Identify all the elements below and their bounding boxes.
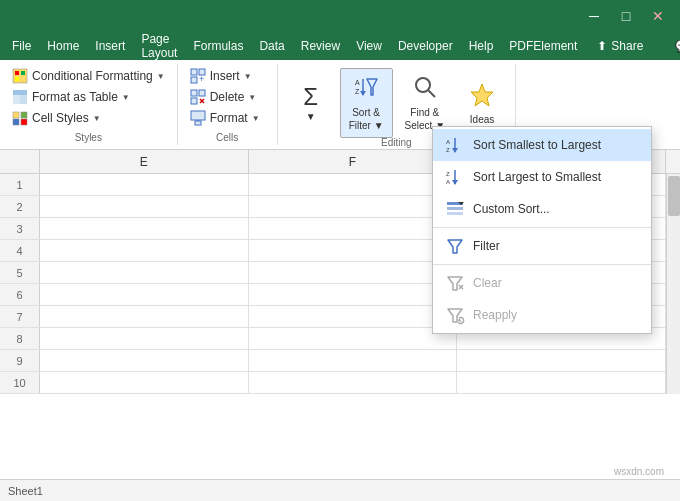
row-num: 8 xyxy=(0,328,40,349)
grid-cell[interactable] xyxy=(249,240,458,261)
menu-view[interactable]: View xyxy=(348,35,390,57)
svg-rect-10 xyxy=(21,112,27,118)
grid-cell[interactable] xyxy=(249,174,458,195)
styles-group: Conditional Formatting ▼ Format as Table… xyxy=(0,64,178,145)
grid-cell[interactable] xyxy=(40,174,249,195)
svg-text:A: A xyxy=(355,79,360,86)
grid-cell[interactable] xyxy=(40,350,249,371)
sheet-tab[interactable]: Sheet1 xyxy=(0,485,51,497)
svg-marker-36 xyxy=(452,148,458,153)
title-bar: ─ □ ✕ xyxy=(0,0,680,32)
col-header-e[interactable]: E xyxy=(40,150,249,173)
menu-data[interactable]: Data xyxy=(251,35,292,57)
conditional-formatting-chevron: ▼ xyxy=(157,72,165,81)
sort-desc-label: Sort Largest to Smallest xyxy=(473,170,601,184)
svg-marker-45 xyxy=(448,240,462,253)
grid-cell[interactable] xyxy=(40,196,249,217)
svg-rect-19 xyxy=(191,98,197,104)
watermark: wsxdn.com xyxy=(614,466,664,477)
grid-cell[interactable] xyxy=(40,372,249,393)
delete-button[interactable]: Delete ▼ xyxy=(186,87,261,107)
sum-icon: Σ xyxy=(303,85,318,109)
svg-rect-22 xyxy=(191,111,205,120)
grid-cell[interactable] xyxy=(40,328,249,349)
cell-styles-icon xyxy=(12,110,28,126)
reapply-icon xyxy=(445,305,465,325)
sum-button[interactable]: Σ ▼ xyxy=(286,68,336,138)
comments-icon: 💬 xyxy=(675,39,680,53)
grid-cell[interactable] xyxy=(40,240,249,261)
grid-cell[interactable] xyxy=(40,262,249,283)
comments-button[interactable]: 💬 Comments xyxy=(663,35,680,57)
find-select-icon xyxy=(412,74,438,104)
clear-icon xyxy=(445,273,465,293)
reapply-item: Reapply xyxy=(433,299,651,331)
share-icon: ⬆ xyxy=(597,39,607,53)
svg-text:Z: Z xyxy=(355,88,360,95)
grid-cell[interactable] xyxy=(457,350,666,371)
grid-cell[interactable] xyxy=(249,262,458,283)
sort-asc-icon: A Z xyxy=(445,135,465,155)
grid-cell[interactable] xyxy=(249,372,458,393)
grid-cell[interactable] xyxy=(457,372,666,393)
cell-styles-label: Cell Styles xyxy=(32,111,89,125)
row-num: 4 xyxy=(0,240,40,261)
row-num-spacer xyxy=(0,150,40,173)
svg-rect-7 xyxy=(13,99,20,104)
format-chevron: ▼ xyxy=(252,114,260,123)
format-icon xyxy=(190,110,206,126)
grid-cell[interactable] xyxy=(249,284,458,305)
conditional-formatting-icon xyxy=(12,68,28,84)
menu-developer[interactable]: Developer xyxy=(390,35,461,57)
share-button[interactable]: ⬆ Share xyxy=(585,35,655,57)
svg-rect-9 xyxy=(13,112,19,118)
vertical-scrollbar[interactable] xyxy=(666,174,680,394)
menu-insert[interactable]: Insert xyxy=(87,35,133,57)
col-header-f[interactable]: F xyxy=(249,150,458,173)
grid-cell[interactable] xyxy=(249,218,458,239)
format-button[interactable]: Format ▼ xyxy=(186,108,264,128)
minimize-button[interactable]: ─ xyxy=(580,2,608,30)
sort-desc-icon: Z A xyxy=(445,167,465,187)
table-row: 9 xyxy=(0,350,680,372)
menu-review[interactable]: Review xyxy=(293,35,348,57)
filter-item[interactable]: Filter xyxy=(433,230,651,262)
menu-home[interactable]: Home xyxy=(39,35,87,57)
svg-line-31 xyxy=(428,91,435,98)
cell-styles-button[interactable]: Cell Styles ▼ xyxy=(8,108,105,128)
grid-cell[interactable] xyxy=(249,350,458,371)
menu-formulas[interactable]: Formulas xyxy=(185,35,251,57)
custom-sort-item[interactable]: Custom Sort... xyxy=(433,193,651,225)
row-num: 3 xyxy=(0,218,40,239)
grid-cell[interactable] xyxy=(249,306,458,327)
menu-help[interactable]: Help xyxy=(461,35,502,57)
menu-pdfelement[interactable]: PDFElement xyxy=(501,35,585,57)
sort-asc-item[interactable]: A Z Sort Smallest to Largest xyxy=(433,129,651,161)
menu-page-layout[interactable]: Page Layout xyxy=(133,28,185,64)
scrollbar-thumb[interactable] xyxy=(668,176,680,216)
svg-marker-29 xyxy=(367,79,377,95)
share-label: Share xyxy=(611,39,643,53)
format-as-table-button[interactable]: Format as Table ▼ xyxy=(8,87,134,107)
row-num: 9 xyxy=(0,350,40,371)
grid-cell[interactable] xyxy=(249,196,458,217)
sort-filter-button[interactable]: A Z Sort &Filter ▼ xyxy=(340,68,393,138)
svg-rect-11 xyxy=(13,119,19,125)
conditional-formatting-label: Conditional Formatting xyxy=(32,69,153,83)
grid-cell[interactable] xyxy=(249,328,458,349)
svg-rect-3 xyxy=(15,77,19,81)
styles-group-label: Styles xyxy=(8,129,169,145)
grid-cell[interactable] xyxy=(40,284,249,305)
svg-rect-1 xyxy=(15,71,19,75)
grid-cell[interactable] xyxy=(40,306,249,327)
maximize-button[interactable]: □ xyxy=(612,2,640,30)
conditional-formatting-button[interactable]: Conditional Formatting ▼ xyxy=(8,66,169,86)
svg-text:Z: Z xyxy=(446,171,450,177)
delete-chevron: ▼ xyxy=(248,93,256,102)
grid-cell[interactable] xyxy=(40,218,249,239)
sort-desc-item[interactable]: Z A Sort Largest to Smallest xyxy=(433,161,651,193)
filter-label: Filter xyxy=(473,239,500,253)
menu-file[interactable]: File xyxy=(4,35,39,57)
insert-button[interactable]: + Insert ▼ xyxy=(186,66,256,86)
close-button[interactable]: ✕ xyxy=(644,2,672,30)
